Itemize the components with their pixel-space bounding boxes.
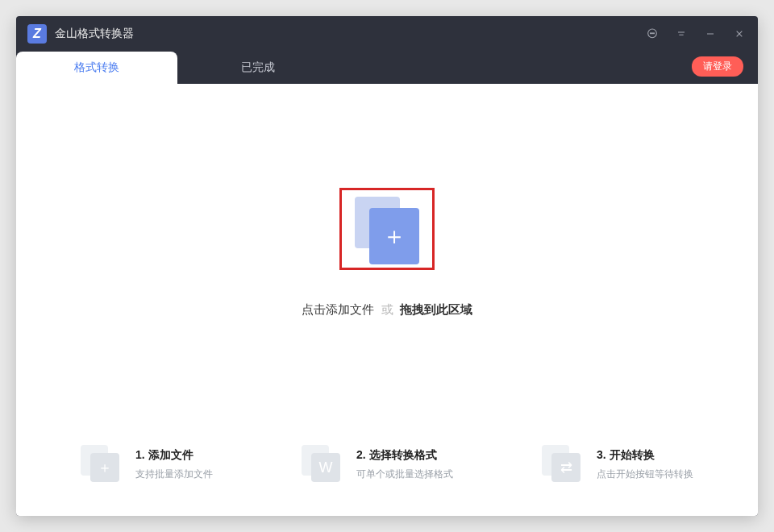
- step-desc: 点击开始按钮等待转换: [597, 468, 693, 481]
- titlebar-icons: [645, 27, 747, 41]
- step-desc: 可单个或批量选择格式: [356, 468, 453, 481]
- tab-convert[interactable]: 格式转换: [16, 52, 177, 84]
- minimize-icon[interactable]: [703, 27, 718, 41]
- format-icon: W: [302, 445, 343, 484]
- step-desc: 支持批量添加文件: [135, 468, 213, 481]
- menu-icon[interactable]: [674, 27, 689, 41]
- close-icon[interactable]: [732, 27, 747, 41]
- convert-icon: ⇄: [542, 445, 584, 484]
- svg-point-2: [651, 33, 652, 34]
- tab-completed[interactable]: 已完成: [177, 52, 339, 84]
- login-button[interactable]: 请登录: [692, 56, 743, 77]
- drag-text: 拖拽到此区域: [400, 302, 472, 316]
- dropzone-text: 点击添加文件 或 拖拽到此区域: [302, 302, 472, 318]
- step-2: W 2. 选择转换格式 可单个或批量选择格式: [302, 445, 453, 484]
- step-title: 2. 选择转换格式: [356, 448, 453, 463]
- step-1: ＋ 1. 添加文件 支持批量添加文件: [81, 445, 213, 484]
- step-title: 1. 添加文件: [135, 448, 213, 463]
- feedback-icon[interactable]: [645, 27, 660, 41]
- add-file-icon[interactable]: ＋: [355, 197, 419, 261]
- svg-point-3: [653, 33, 654, 34]
- tabbar: 格式转换 已完成 请登录: [16, 52, 758, 84]
- click-add-text: 点击添加文件: [302, 302, 374, 316]
- app-logo-icon: Z: [27, 24, 47, 44]
- or-text: 或: [381, 302, 393, 316]
- app-title: 金山格式转换器: [55, 27, 645, 41]
- app-window: Z 金山格式转换器 格式转换 已完成 请登录 ＋: [16, 16, 758, 516]
- add-file-highlight: ＋: [339, 188, 435, 270]
- main-content: ＋ 点击添加文件 或 拖拽到此区域 ＋ 1. 添加文件 支持批量添加文件: [16, 84, 758, 516]
- step-3: ⇄ 3. 开始转换 点击开始按钮等待转换: [542, 445, 693, 484]
- step-title: 3. 开始转换: [597, 448, 693, 463]
- plus-icon: ＋: [382, 224, 406, 248]
- steps-row: ＋ 1. 添加文件 支持批量添加文件 W 2. 选择转换格式 可单个或批量选择格…: [16, 421, 758, 516]
- dropzone[interactable]: ＋ 点击添加文件 或 拖拽到此区域: [16, 84, 758, 421]
- svg-point-1: [650, 33, 651, 34]
- add-file-icon: ＋: [81, 445, 123, 484]
- titlebar: Z 金山格式转换器: [16, 16, 758, 52]
